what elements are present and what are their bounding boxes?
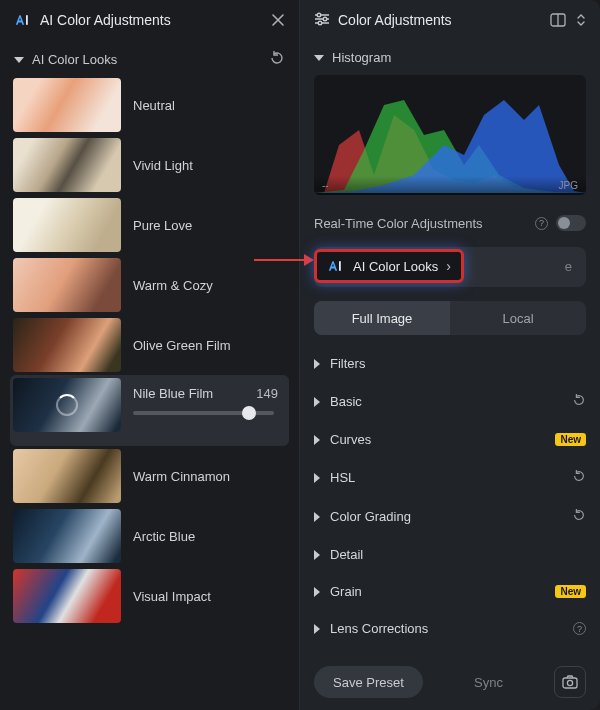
close-icon[interactable] — [271, 13, 285, 27]
look-label: Vivid Light — [133, 158, 286, 173]
section-label: AI Color Looks — [32, 52, 261, 67]
look-thumbnail — [13, 378, 121, 432]
camera-button[interactable] — [554, 666, 586, 698]
section-label: Lens Corrections — [330, 621, 563, 636]
compare-icon[interactable] — [550, 13, 566, 27]
chevron-right-icon — [314, 512, 320, 522]
reset-icon[interactable] — [572, 393, 586, 410]
section-filters[interactable]: Filters — [300, 345, 600, 382]
reset-icon[interactable] — [572, 508, 586, 525]
new-badge: New — [555, 585, 586, 598]
ai-look-list: Neutral Vivid Light Pure Love Warm & Coz… — [0, 75, 299, 636]
look-thumbnail — [13, 78, 121, 132]
look-item-visual-impact[interactable]: Visual Impact — [10, 566, 289, 626]
left-panel-title: AI Color Adjustments — [40, 12, 171, 28]
new-badge: New — [555, 433, 586, 446]
look-item-nile-blue-film[interactable]: Nile Blue Film 149 — [10, 375, 289, 446]
svg-point-8 — [567, 680, 572, 685]
section-label: Histogram — [332, 50, 586, 65]
section-lens-corrections[interactable]: Lens Corrections ? — [300, 610, 600, 647]
chevron-right-icon — [314, 473, 320, 483]
histogram-display: -- JPG — [314, 75, 586, 195]
section-grain[interactable]: Grain New — [300, 573, 600, 610]
look-thumbnail — [13, 449, 121, 503]
realtime-label: Real-Time Color Adjustments — [314, 216, 527, 231]
adjustments-list: Filters Basic Curves New HSL Color Gradi… — [300, 345, 600, 656]
ai-color-adjustments-panel: AI Color Adjustments AI Color Looks Neut… — [0, 0, 300, 710]
color-adjustments-panel: Color Adjustments Histogram -- JPG — [300, 0, 600, 710]
scope-segmented-control: Full Image Local — [314, 301, 586, 335]
chevron-right-icon — [314, 435, 320, 445]
section-curves[interactable]: Curves New — [300, 421, 600, 458]
ai-color-looks-callout-area: e AI Color Looks › — [314, 247, 586, 287]
callout-label: AI Color Looks — [353, 259, 438, 274]
svg-point-2 — [323, 17, 327, 21]
loading-spinner-icon — [56, 394, 78, 416]
look-item-olive-green-film[interactable]: Olive Green Film — [10, 315, 289, 375]
section-color-grading[interactable]: Color Grading — [300, 497, 600, 536]
look-intensity-slider[interactable] — [133, 411, 274, 415]
tab-local[interactable]: Local — [450, 301, 586, 335]
reset-icon[interactable] — [572, 469, 586, 486]
look-item-arctic-blue[interactable]: Arctic Blue — [10, 506, 289, 566]
chevron-right-icon — [314, 397, 320, 407]
look-item-vivid-light[interactable]: Vivid Light — [10, 135, 289, 195]
look-intensity-value: 149 — [256, 386, 278, 401]
svg-rect-6 — [339, 261, 341, 271]
ai-color-looks-section-header[interactable]: AI Color Looks — [0, 40, 299, 75]
info-icon[interactable]: ? — [535, 217, 548, 230]
ai-logo-icon — [14, 13, 32, 27]
look-thumbnail — [13, 318, 121, 372]
look-item-neutral[interactable]: Neutral — [10, 75, 289, 135]
info-icon[interactable]: ? — [573, 622, 586, 635]
look-label: Pure Love — [133, 218, 286, 233]
slider-knob[interactable] — [242, 406, 256, 420]
section-label: Grain — [330, 584, 545, 599]
look-item-warm-cinnamon[interactable]: Warm Cinnamon — [10, 446, 289, 506]
chevron-right-icon — [314, 587, 320, 597]
chevron-down-icon — [14, 57, 24, 63]
look-thumbnail — [13, 569, 121, 623]
histogram-section-header[interactable]: Histogram — [300, 40, 600, 71]
sync-button[interactable]: Sync — [433, 666, 544, 698]
expand-icon[interactable] — [576, 13, 586, 27]
footer-actions: Save Preset Sync — [300, 656, 600, 710]
histogram-left-value: -- — [322, 180, 329, 191]
look-label: Warm Cinnamon — [133, 469, 286, 484]
look-label: Olive Green Film — [133, 338, 286, 353]
look-thumbnail — [13, 509, 121, 563]
chevron-right-icon — [314, 359, 320, 369]
section-label: Basic — [330, 394, 562, 409]
look-label: Warm & Cozy — [133, 278, 286, 293]
section-label: Detail — [330, 547, 586, 562]
tab-full-image[interactable]: Full Image — [314, 301, 450, 335]
save-preset-button[interactable]: Save Preset — [314, 666, 423, 698]
annotation-arrow — [254, 259, 312, 261]
sliders-icon — [314, 12, 330, 29]
ai-color-looks-callout-button[interactable]: AI Color Looks › — [314, 249, 464, 283]
realtime-toggle[interactable] — [556, 215, 586, 231]
look-thumbnail — [13, 138, 121, 192]
left-panel-header: AI Color Adjustments — [0, 0, 299, 40]
svg-rect-7 — [563, 678, 577, 688]
svg-rect-0 — [26, 15, 28, 25]
look-item-warm-cozy[interactable]: Warm & Cozy — [10, 255, 289, 315]
realtime-row: Real-Time Color Adjustments ? — [300, 205, 600, 241]
look-label: Visual Impact — [133, 589, 286, 604]
chevron-down-icon — [314, 55, 324, 61]
section-label: Color Grading — [330, 509, 562, 524]
chevron-right-icon — [314, 624, 320, 634]
histogram-format-badge: JPG — [559, 180, 578, 191]
look-thumbnail — [13, 258, 121, 312]
right-panel-header: Color Adjustments — [300, 0, 600, 40]
section-basic[interactable]: Basic — [300, 382, 600, 421]
section-detail[interactable]: Detail — [300, 536, 600, 573]
callout-bg-suffix: e — [565, 259, 572, 274]
reset-icon[interactable] — [269, 50, 285, 69]
chevron-right-icon — [314, 550, 320, 560]
section-label: Curves — [330, 432, 545, 447]
look-item-pure-love[interactable]: Pure Love — [10, 195, 289, 255]
section-hsl[interactable]: HSL — [300, 458, 600, 497]
look-label: Arctic Blue — [133, 529, 286, 544]
look-label: Neutral — [133, 98, 286, 113]
